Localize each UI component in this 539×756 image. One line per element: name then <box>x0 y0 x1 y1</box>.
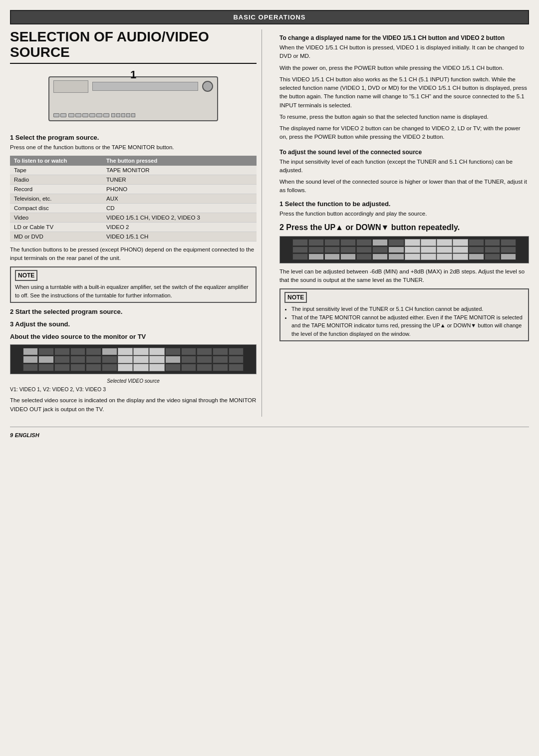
table-row-col1: MD or DVD <box>10 232 102 241</box>
display-cell <box>181 356 197 363</box>
select-function-heading: 1 Select the function to be adjusted. <box>279 200 529 208</box>
video-paragraph: With the power on, press the POWER butto… <box>279 64 529 72</box>
btn-5 <box>82 113 88 117</box>
display-cell <box>102 356 117 363</box>
receiver-top <box>53 80 213 93</box>
display-cell <box>437 247 452 253</box>
display-cell <box>23 356 38 363</box>
display-cell <box>133 356 149 363</box>
note-item: That of the TAPE MONITOR cannot be adjus… <box>291 313 524 338</box>
display-cell <box>388 247 404 253</box>
display-cell <box>70 348 86 355</box>
page-num-value: 9 <box>10 432 13 438</box>
display-cell <box>340 253 356 260</box>
receiver-display <box>92 82 198 91</box>
sound-heading: To adjust the sound level of the connect… <box>279 149 529 156</box>
video-name-heading: To change a displayed name for the VIDEO… <box>279 34 529 41</box>
section2-heading: 2 Start the selected program source. <box>10 308 257 315</box>
select-function-body: Press the function button accordingly an… <box>279 210 529 218</box>
display-cell <box>437 239 452 246</box>
display-cell <box>405 253 420 260</box>
display-cell <box>324 239 340 246</box>
display-cell <box>501 239 516 246</box>
right-column: To change a displayed name for the VIDEO… <box>277 29 529 417</box>
left-column: SELECTION OF AUDIO/VIDEO SOURCE 1 <box>10 29 262 417</box>
display-cell <box>118 348 133 355</box>
table-row-col2: PHONO <box>102 184 257 194</box>
display-cell <box>421 239 436 246</box>
table-row-col2: VIDEO 1/5.1 CH, VIDEO 2, VIDEO 3 <box>102 213 257 222</box>
display-cell <box>421 253 436 260</box>
table-row-col2: VIDEO 1/5.1 CH <box>102 232 257 241</box>
display-grid-2 <box>292 239 516 260</box>
footer: 9 ENGLISH <box>10 427 529 439</box>
display-cell <box>356 253 372 260</box>
display-cell <box>292 247 308 253</box>
language-label: ENGLISH <box>15 432 39 438</box>
display-cell <box>356 239 372 246</box>
table-row-col1: Television, etc. <box>10 194 102 203</box>
display-cell <box>197 356 212 363</box>
display-cell <box>102 348 117 355</box>
display-cell <box>229 356 244 363</box>
display-cell <box>308 247 324 253</box>
display-cell <box>388 253 404 260</box>
display-cell <box>38 348 54 355</box>
sound-paragraphs: The input sensitivity level of each func… <box>279 158 529 195</box>
sound-paragraph: When the sound level of the connected so… <box>279 178 529 195</box>
display-cell <box>38 364 54 371</box>
button-group-2 <box>68 113 109 117</box>
display-cell <box>149 364 165 371</box>
display-cell <box>421 247 436 253</box>
display-grid-1 <box>23 348 244 371</box>
table-note: The function buttons to be pressed (exce… <box>10 246 257 263</box>
display-cell <box>149 356 165 363</box>
display-cell <box>324 247 340 253</box>
display-cell <box>133 364 149 371</box>
video-display-image <box>10 344 257 374</box>
selected-video-label: Selected VIDEO source <box>10 378 257 384</box>
button-group-1 <box>53 113 66 117</box>
header-banner: BASIC OPERATIONS <box>10 10 529 24</box>
receiver-bottom <box>53 113 213 117</box>
table-col1-header: To listen to or watch <box>10 156 102 166</box>
table-row-col1: Record <box>10 184 102 194</box>
video-section-heading: About the video source to the monitor or… <box>10 333 257 340</box>
main-title: SELECTION OF AUDIO/VIDEO SOURCE <box>10 29 257 64</box>
display-cell <box>149 348 165 355</box>
btn-11 <box>121 113 125 117</box>
display-cell <box>86 348 101 355</box>
display-cell <box>165 356 181 363</box>
receiver-screen <box>53 80 88 93</box>
source-label: V1: VIDEO 1, V2: VIDEO 2, V3: VIDEO 3 <box>10 386 257 392</box>
table-row-col2: TAPE MONITOR <box>102 166 257 175</box>
note-label-2: NOTE <box>284 292 307 303</box>
display-cell <box>133 348 149 355</box>
btn-3 <box>68 113 74 117</box>
btn-10 <box>116 113 120 117</box>
btn-4 <box>75 113 81 117</box>
display-cell <box>86 356 101 363</box>
display-cell <box>102 364 117 371</box>
display-cell <box>118 364 133 371</box>
video-paragraph: When the VIDEO 1/5.1 CH button is presse… <box>279 43 529 61</box>
btn-2 <box>60 113 66 117</box>
display-cell <box>340 247 356 253</box>
display-cell <box>165 348 181 355</box>
note-label-1: NOTE <box>15 270 37 281</box>
display-cell <box>388 239 404 246</box>
display-cell <box>213 348 228 355</box>
sound-paragraph: The input sensitivity level of each func… <box>279 158 529 175</box>
display-cell <box>197 348 212 355</box>
display-cell <box>485 253 500 260</box>
display-cell <box>292 239 308 246</box>
receiver-image: 1 <box>10 71 257 126</box>
display-cell <box>485 247 500 253</box>
display-cell <box>372 247 388 253</box>
function-table: To listen to or watch The button pressed… <box>10 156 257 242</box>
btn-12 <box>126 113 130 117</box>
table-row-col2: TUNER <box>102 175 257 184</box>
section1-heading: 1 Select the program source. <box>10 134 257 141</box>
display-cell <box>324 253 340 260</box>
display-cell <box>23 364 38 371</box>
